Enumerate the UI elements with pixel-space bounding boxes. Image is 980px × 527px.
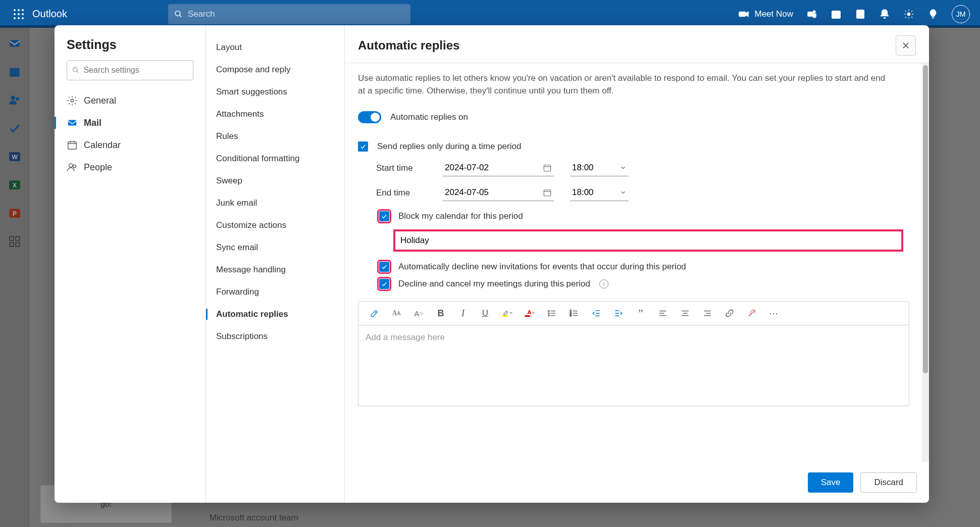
gear-icon[interactable] <box>903 9 914 20</box>
nav-item-people[interactable]: People <box>55 156 205 178</box>
editor-body[interactable]: Add a message here <box>358 325 909 406</box>
video-icon <box>738 9 749 20</box>
close-icon <box>901 41 910 50</box>
meet-now-button[interactable]: Meet Now <box>738 9 793 20</box>
svg-rect-44 <box>544 165 551 171</box>
nav-item-mail[interactable]: Mail <box>55 112 205 134</box>
send-only-during-checkbox[interactable] <box>358 141 368 152</box>
nav-item-label: Calendar <box>84 140 121 151</box>
subnav-attachments[interactable]: Attachments <box>206 103 344 125</box>
note-icon[interactable] <box>855 9 866 20</box>
info-icon[interactable]: i <box>599 279 608 289</box>
svg-point-7 <box>18 17 20 19</box>
svg-point-52 <box>548 313 549 314</box>
subnav-layout[interactable]: Layout <box>206 36 344 59</box>
pane-header-row: Automatic replies <box>345 25 929 63</box>
link-button[interactable] <box>724 308 735 319</box>
end-time-value: 18:00 <box>572 187 594 198</box>
lightbulb-icon[interactable] <box>927 9 939 20</box>
settings-subnav-column: Layout Compose and reply Smart suggestio… <box>206 25 345 503</box>
avatar[interactable]: JM <box>952 5 970 23</box>
editor-placeholder: Add a message here <box>366 332 445 342</box>
teams-icon[interactable] <box>806 9 817 20</box>
subnav-compose-reply[interactable]: Compose and reply <box>206 59 344 81</box>
start-date-field[interactable]: 2024-07-02 <box>443 160 554 176</box>
bullet-list-button[interactable] <box>546 308 557 319</box>
auto-replies-toggle[interactable] <box>358 111 381 123</box>
indent-button[interactable] <box>613 308 624 319</box>
calendar-icon <box>543 163 552 172</box>
people-icon <box>67 162 78 173</box>
svg-rect-11 <box>739 12 746 16</box>
font-icon[interactable]: AA <box>391 308 402 319</box>
svg-text:3: 3 <box>570 314 572 317</box>
subnav-automatic-replies[interactable]: Automatic replies <box>206 303 344 325</box>
chevron-down-icon <box>620 164 627 171</box>
subnav-smart-suggestions[interactable]: Smart suggestions <box>206 81 344 103</box>
end-date-field[interactable]: 2024-07-05 <box>443 184 554 201</box>
decline-cancel-row: Decline and cancel my meetings during th… <box>379 279 916 289</box>
scrollbar-thumb[interactable] <box>923 65 928 373</box>
close-button[interactable] <box>896 35 916 56</box>
calendar-day-icon[interactable] <box>831 9 842 20</box>
align-center-button[interactable] <box>680 308 691 319</box>
align-left-button[interactable] <box>657 308 668 319</box>
subnav-label: Subscriptions <box>216 331 268 342</box>
end-time-field[interactable]: 18:00 <box>570 184 629 201</box>
nav-item-label: General <box>84 95 116 106</box>
settings-search-input[interactable] <box>83 66 188 75</box>
number-list-button[interactable]: 123 <box>569 308 580 319</box>
pane-scrollbar[interactable] <box>922 63 929 462</box>
pane-body: Use automatic replies to let others know… <box>345 63 929 462</box>
quote-button[interactable]: ” <box>635 308 646 319</box>
svg-point-5 <box>22 13 24 15</box>
editor-toolbar: AA A◇ B I U A 123 ” ⋯ <box>358 301 909 325</box>
subnav-junk-email[interactable]: Junk email <box>206 192 344 214</box>
subnav-forwarding[interactable]: Forwarding <box>206 281 344 303</box>
svg-point-4 <box>18 13 20 15</box>
font-color-button[interactable]: A <box>524 308 535 319</box>
block-title-input[interactable]: Holiday <box>393 229 903 252</box>
app-launcher-icon[interactable] <box>13 8 25 20</box>
search-input[interactable] <box>188 9 404 19</box>
unlink-button[interactable] <box>746 308 757 319</box>
format-painter-icon[interactable] <box>369 308 380 319</box>
settings-title: Settings <box>55 37 205 60</box>
subnav-label: Junk email <box>216 198 257 208</box>
nav-item-general[interactable]: General <box>55 89 205 112</box>
pane-title: Automatic replies <box>358 38 459 53</box>
subnav-label: Sweep <box>216 176 242 186</box>
subnav-message-handling[interactable]: Message handling <box>206 259 344 281</box>
check-icon <box>381 213 388 220</box>
underline-button[interactable]: U <box>480 308 491 319</box>
settings-search[interactable] <box>67 60 193 80</box>
subnav-conditional-formatting[interactable]: Conditional formatting <box>206 148 344 170</box>
nav-item-calendar[interactable]: Calendar <box>55 134 205 156</box>
subnav-subscriptions[interactable]: Subscriptions <box>206 325 344 348</box>
italic-button[interactable]: I <box>457 308 469 319</box>
decline-cancel-checkbox[interactable] <box>379 279 389 289</box>
more-options-button[interactable]: ⋯ <box>768 308 780 319</box>
svg-point-34 <box>71 99 74 102</box>
decline-new-checkbox[interactable] <box>379 262 389 272</box>
save-button[interactable]: Save <box>808 472 854 493</box>
end-date-value: 2024-07-05 <box>445 187 489 198</box>
font-size-icon[interactable]: A◇ <box>413 308 424 319</box>
subnav-sweep[interactable]: Sweep <box>206 170 344 192</box>
subnav-label: Attachments <box>216 109 264 119</box>
subnav-customize-actions[interactable]: Customize actions <box>206 214 344 236</box>
bell-icon[interactable] <box>879 9 890 20</box>
outdent-button[interactable] <box>591 308 602 319</box>
start-time-field[interactable]: 18:00 <box>570 160 629 176</box>
align-right-button[interactable] <box>702 308 713 319</box>
block-calendar-checkbox[interactable] <box>379 211 389 221</box>
start-date-value: 2024-07-02 <box>445 163 489 173</box>
discard-button[interactable]: Discard <box>860 472 917 493</box>
bold-button[interactable]: B <box>435 308 446 319</box>
global-search[interactable] <box>168 4 410 24</box>
subnav-label: Rules <box>216 131 238 141</box>
subnav-sync-email[interactable]: Sync email <box>206 236 344 259</box>
highlight-color-button[interactable] <box>502 308 513 319</box>
subnav-rules[interactable]: Rules <box>206 125 344 148</box>
svg-point-1 <box>18 9 20 11</box>
